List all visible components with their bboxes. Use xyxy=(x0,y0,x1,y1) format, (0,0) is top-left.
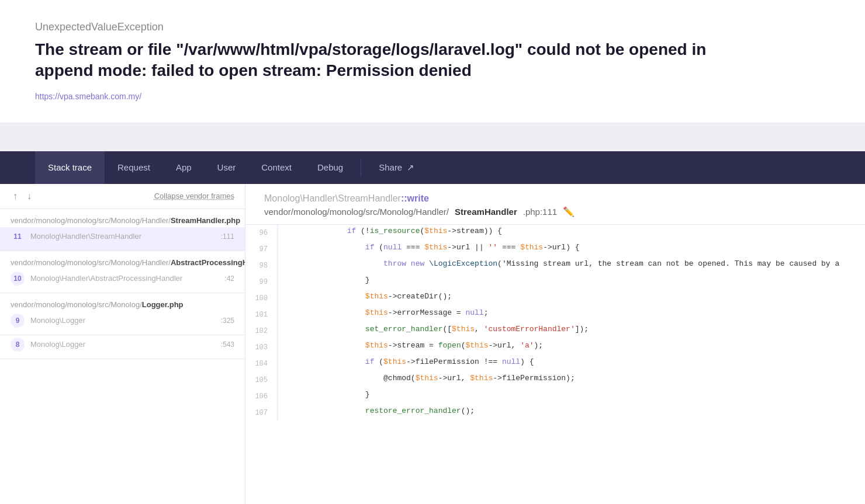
file-bold: Logger.php xyxy=(142,300,184,309)
nav-tab-user[interactable]: User xyxy=(205,151,249,184)
edit-icon[interactable]: ✏️ xyxy=(563,206,575,217)
frame-group: vendor/monolog/monolog/src/Monolog/Handl… xyxy=(0,209,245,251)
exception-type: UnexpectedValueException xyxy=(35,21,830,33)
code-content: if (null === $this->url || '' === $this-… xyxy=(278,241,580,258)
line-number: 99 xyxy=(245,274,278,290)
frame-file: vendor/monolog/monolog/src/Monolog/Handl… xyxy=(0,251,245,269)
left-panel: ↑ ↓ Collapse vendor frames vendor/monolo… xyxy=(0,184,245,504)
frame-left: 8 Monolog\Logger xyxy=(11,338,85,352)
frame-file: vendor/monolog/monolog/src/Monolog/Handl… xyxy=(0,209,245,227)
code-content: $this->createDir(); xyxy=(278,290,452,307)
code-line: 97 if (null === $this->url || '' === $th… xyxy=(245,241,865,258)
line-number: 96 xyxy=(245,225,278,241)
code-content: $this->errorMessage = null; xyxy=(278,307,489,323)
handler-method: ::write xyxy=(401,193,429,203)
line-number: 97 xyxy=(245,241,278,258)
share-button[interactable]: Share ↗ xyxy=(366,151,427,184)
top-section: UnexpectedValueException The stream or f… xyxy=(0,0,865,123)
frame-group: 8 Monolog\Logger :543 xyxy=(0,335,245,359)
frame-row[interactable]: 8 Monolog\Logger :543 xyxy=(0,335,245,359)
frame-number: 9 xyxy=(11,314,25,328)
code-handler: Monolog\Handler\StreamHandler::write xyxy=(264,193,846,204)
frame-left: 11 Monolog\Handler\StreamHandler xyxy=(11,230,141,244)
vendor-path: vendor/monolog/monolog/src/Monolog/Handl… xyxy=(11,216,171,225)
frame-file: vendor/monolog/monolog/src/Monolog/Logge… xyxy=(0,293,245,311)
code-content: $this->stream = fopen($this->url, 'a'); xyxy=(278,339,543,356)
share-label: Share xyxy=(379,162,402,172)
code-header: Monolog\Handler\StreamHandler::write ven… xyxy=(245,184,865,225)
file-name-bold: StreamHandler xyxy=(455,207,517,217)
code-line: 100 $this->createDir(); xyxy=(245,290,865,307)
exception-message: The stream or file "/var/www/html/vpa/st… xyxy=(35,39,736,82)
code-content: } xyxy=(278,274,370,290)
collapse-vendor-frames-button[interactable]: Collapse vendor frames xyxy=(154,192,234,200)
gray-divider xyxy=(0,123,865,151)
file-bold: StreamHandler.php xyxy=(171,216,240,225)
frame-row[interactable]: 9 Monolog\Logger :325 xyxy=(0,311,245,335)
frame-left: 9 Monolog\Logger xyxy=(11,314,85,328)
frame-line: :42 xyxy=(224,274,234,283)
code-line: 101 $this->errorMessage = null; xyxy=(245,307,865,323)
frame-left: 10 Monolog\Handler\AbstractProcessingHan… xyxy=(11,272,182,286)
frame-group: vendor/monolog/monolog/src/Monolog/Logge… xyxy=(0,293,245,335)
line-number: 101 xyxy=(245,307,278,323)
code-content: @chmod($this->url, $this->filePermission… xyxy=(278,372,575,388)
code-line: 96 if (!is_resource($this->stream)) { xyxy=(245,225,865,241)
code-line: 106 } xyxy=(245,388,865,405)
vendor-path: vendor/monolog/monolog/src/Monolog/ xyxy=(11,300,142,309)
nav-tab-app[interactable]: App xyxy=(163,151,205,184)
frame-line: :325 xyxy=(221,317,234,325)
line-number: 103 xyxy=(245,339,278,356)
code-content: throw new \LogicException('Missing strea… xyxy=(278,258,839,274)
code-content: set_error_handler([$this, 'customErrorHa… xyxy=(278,323,589,339)
arrow-up-button[interactable]: ↑ xyxy=(11,190,20,203)
line-number: 105 xyxy=(245,372,278,388)
line-number: 102 xyxy=(245,323,278,339)
arrow-controls: ↑ ↓ xyxy=(11,190,34,203)
line-number: 100 xyxy=(245,290,278,307)
file-ext: .php:111 xyxy=(523,207,557,217)
frame-number: 8 xyxy=(11,338,25,352)
frame-row[interactable]: 11 Monolog\Handler\StreamHandler :111 xyxy=(0,227,245,251)
handler-namespace: Monolog\Handler\ xyxy=(264,193,338,203)
frame-class: Monolog\Handler\StreamHandler xyxy=(30,232,141,241)
nav-tab-context[interactable]: Context xyxy=(248,151,305,184)
frame-class: Monolog\Handler\AbstractProcessingHandle… xyxy=(30,274,182,283)
code-line: 104 if ($this->filePermission !== null) … xyxy=(245,356,865,372)
code-viewer: 96 if (!is_resource($this->stream)) {97 … xyxy=(245,225,865,504)
frame-class: Monolog\Logger xyxy=(30,340,85,349)
code-content: if ($this->filePermission !== null) { xyxy=(278,356,534,372)
arrow-down-button[interactable]: ↓ xyxy=(25,190,34,203)
nav-tabs: Stack traceRequestAppUserContextDebug xyxy=(35,151,356,184)
line-number: 98 xyxy=(245,258,278,274)
line-number: 106 xyxy=(245,388,278,405)
frame-class: Monolog\Logger xyxy=(30,316,85,325)
frame-row[interactable]: 10 Monolog\Handler\AbstractProcessingHan… xyxy=(0,269,245,293)
nav-divider xyxy=(361,159,361,176)
line-number: 107 xyxy=(245,405,278,421)
exception-url[interactable]: https://vpa.smebank.com.my/ xyxy=(35,92,141,101)
code-content: } xyxy=(278,388,370,405)
code-line: 102 set_error_handler([$this, 'customErr… xyxy=(245,323,865,339)
stack-frames: vendor/monolog/monolog/src/Monolog/Handl… xyxy=(0,209,245,504)
frame-line: :111 xyxy=(221,232,234,241)
right-panel: Monolog\Handler\StreamHandler::write ven… xyxy=(245,184,865,504)
frame-number: 10 xyxy=(11,272,25,286)
line-number: 104 xyxy=(245,356,278,372)
frame-line: :543 xyxy=(221,340,234,349)
nav-tab-stack-trace[interactable]: Stack trace xyxy=(35,151,105,184)
frame-group: vendor/monolog/monolog/src/Monolog/Handl… xyxy=(0,251,245,293)
left-panel-header: ↑ ↓ Collapse vendor frames xyxy=(0,184,245,209)
nav-tab-request[interactable]: Request xyxy=(105,151,163,184)
main-content: ↑ ↓ Collapse vendor frames vendor/monolo… xyxy=(0,184,865,504)
code-line: 107 restore_error_handler(); xyxy=(245,405,865,421)
vendor-path: vendor/monolog/monolog/src/Monolog/Handl… xyxy=(11,258,171,267)
code-line: 99 } xyxy=(245,274,865,290)
file-bold: AbstractProcessingHandler.php xyxy=(171,258,245,267)
file-path-prefix: vendor/monolog/monolog/src/Monolog/Handl… xyxy=(264,207,449,217)
handler-class: StreamHandler xyxy=(338,193,401,203)
share-icon: ↗ xyxy=(407,162,414,173)
frame-number: 11 xyxy=(11,230,25,244)
code-line: 103 $this->stream = fopen($this->url, 'a… xyxy=(245,339,865,356)
nav-tab-debug[interactable]: Debug xyxy=(305,151,356,184)
